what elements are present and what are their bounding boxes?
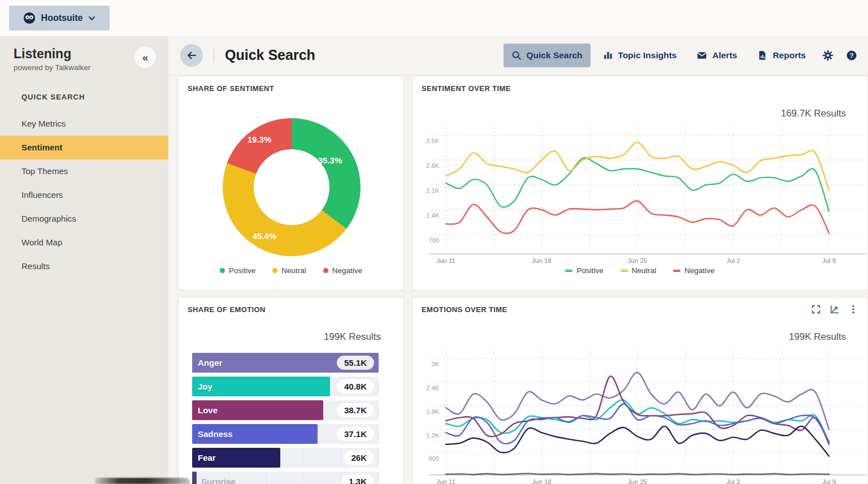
- settings-gear-icon: [822, 50, 834, 61]
- nav-quick-search[interactable]: Quick Search: [504, 44, 591, 67]
- legend-item-negative[interactable]: Negative: [673, 266, 714, 275]
- help-button[interactable]: ?: [842, 44, 861, 67]
- help-icon: ?: [846, 50, 857, 61]
- legend-item-neutral[interactable]: Neutral: [272, 266, 306, 275]
- brand-label: Hootsuite: [41, 13, 83, 23]
- panel-share-of-sentiment: SHARE OF SENTIMENT 35.3%45.4%19.3% Posit…: [178, 76, 404, 291]
- donut-slice-label-negative: 19.3%: [248, 135, 272, 144]
- sentiment-line-chart[interactable]: 7001.4K2.1K2.8K3.5KJun 11Jun 18Jun 25Jul…: [413, 124, 867, 269]
- line-chart-icon[interactable]: [830, 304, 840, 314]
- bar-row-fear[interactable]: Fear26K: [192, 448, 379, 468]
- chevron-down-icon: [88, 15, 96, 22]
- panel-sentiment-over-time: SENTIMENT OVER TIME 169.7K Results 7001.…: [412, 76, 868, 291]
- sidebar-item-sentiment[interactable]: Sentiment: [0, 136, 168, 159]
- envelope-icon: [697, 50, 707, 60]
- svg-text:1.8K: 1.8K: [426, 408, 439, 415]
- main-header: Quick Search Quick SearchTopic InsightsA…: [168, 36, 868, 75]
- sidebar-item-top-themes[interactable]: Top Themes: [0, 159, 168, 183]
- svg-text:3K: 3K: [432, 361, 440, 368]
- legend-marker: [620, 270, 628, 272]
- sidebar-item-world-map[interactable]: World Map: [0, 231, 168, 254]
- legend-label: Neutral: [281, 266, 306, 275]
- panel-emotions-over-time: EMOTIONS OVER TIME 199K Results 6001.2K1…: [412, 297, 868, 484]
- svg-text:Jul 9: Jul 9: [822, 478, 836, 484]
- svg-text:Jul 2: Jul 2: [726, 257, 740, 264]
- bar-fill: [192, 472, 197, 484]
- svg-text:Jun 18: Jun 18: [532, 257, 552, 264]
- sentiment-donut-legend: PositiveNeutralNegative: [179, 266, 403, 275]
- legend-item-negative[interactable]: Negative: [323, 266, 362, 275]
- svg-text:2.1K: 2.1K: [426, 187, 439, 194]
- back-button[interactable]: [180, 44, 203, 67]
- bar-row-joy[interactable]: Joy40.8K: [192, 377, 379, 396]
- nav-label: Quick Search: [527, 50, 583, 60]
- bar-value: 55.1K: [337, 356, 374, 370]
- panel-title: SHARE OF EMOTION: [188, 305, 266, 314]
- emotions-chart-toolbar: [811, 304, 858, 314]
- legend-marker: [673, 270, 680, 272]
- sidebar-subtitle: powered by Talkwalker: [14, 63, 90, 72]
- bar-fill: [192, 377, 330, 396]
- svg-text:3.5K: 3.5K: [426, 137, 439, 144]
- bar-row-anger[interactable]: Anger55.1K: [192, 353, 379, 373]
- svg-text:1.4K: 1.4K: [426, 212, 439, 219]
- svg-text:2.4K: 2.4K: [426, 384, 439, 391]
- bar-row-love[interactable]: Love38.7K: [192, 400, 379, 420]
- hootsuite-app-picker[interactable]: Hootsuite: [9, 6, 110, 31]
- bar-label: Love: [198, 400, 218, 420]
- nav-label: Reports: [772, 50, 806, 60]
- legend-item-neutral[interactable]: Neutral: [620, 266, 657, 275]
- sidebar-item-influencers[interactable]: Influencers: [0, 183, 168, 207]
- bar-label: Anger: [198, 353, 222, 373]
- nav-label: Topic Insights: [618, 50, 677, 60]
- settings-gear-button[interactable]: [818, 44, 837, 67]
- sentiment-line-legend: PositiveNeutralNegative: [413, 266, 867, 275]
- results-count: 199K Results: [789, 331, 846, 343]
- nav-label: Alerts: [712, 50, 737, 60]
- sidebar-collapse-button[interactable]: «: [134, 46, 156, 68]
- fullscreen-icon[interactable]: [811, 304, 821, 314]
- back-arrow-icon: [186, 50, 197, 61]
- top-bar: Hootsuite: [0, 0, 868, 36]
- legend-item-positive[interactable]: Positive: [220, 266, 255, 275]
- emotions-line-chart[interactable]: 6001.2K1.8K2.4K3KJun 11Jun 18Jun 25Jul 2…: [413, 345, 867, 484]
- svg-text:2.8K: 2.8K: [426, 162, 439, 169]
- screen-artifact: [95, 478, 190, 484]
- legend-item-positive[interactable]: Positive: [565, 266, 603, 275]
- legend-label: Positive: [576, 266, 603, 275]
- svg-text:Jun 25: Jun 25: [628, 478, 648, 484]
- svg-text:Jun 18: Jun 18: [532, 478, 552, 484]
- panel-title: SENTIMENT OVER TIME: [422, 84, 511, 93]
- hootsuite-owl-icon: [23, 12, 36, 24]
- bar-row-surprise[interactable]: Surprise1.3K: [192, 472, 379, 484]
- panel-share-of-emotion: SHARE OF EMOTION 199K Results Anger55.1K…: [178, 297, 404, 484]
- legend-marker: [272, 268, 277, 273]
- legend-label: Positive: [229, 266, 255, 275]
- sidebar-item-results[interactable]: Results: [0, 254, 168, 278]
- header-nav: Quick SearchTopic InsightsAlertsReports?: [504, 44, 862, 67]
- nav-topic-insights[interactable]: Topic Insights: [595, 44, 685, 67]
- nav-reports[interactable]: Reports: [749, 44, 814, 67]
- legend-marker: [323, 268, 328, 273]
- kebab-menu-icon[interactable]: [848, 304, 858, 314]
- svg-text:1.2K: 1.2K: [426, 432, 439, 439]
- page-title: Quick Search: [225, 42, 315, 67]
- svg-text:Jun 11: Jun 11: [436, 478, 455, 484]
- svg-text:Jul 2: Jul 2: [726, 478, 740, 484]
- bar-label: Joy: [198, 377, 212, 396]
- bar-label: Surprise: [201, 472, 236, 484]
- sidebar-item-key-metrics[interactable]: Key Metrics: [0, 112, 168, 136]
- bar-value: 1.3K: [341, 474, 374, 484]
- results-count: 199K Results: [324, 331, 381, 343]
- donut-slice-label-neutral: 45.4%: [253, 231, 277, 241]
- sidebar: Listening powered by Talkwalker « QUICK …: [0, 36, 168, 484]
- report-icon: [757, 50, 767, 60]
- sidebar-section-label: QUICK SEARCH: [21, 93, 85, 101]
- header-divider: [214, 48, 214, 63]
- emotion-bar-chart: Anger55.1KJoy40.8KLove38.7KSadness37.1KF…: [192, 353, 379, 484]
- bar-row-sadness[interactable]: Sadness37.1K: [192, 424, 379, 444]
- legend-label: Negative: [684, 266, 714, 275]
- sidebar-item-demographics[interactable]: Demographics: [0, 207, 168, 231]
- sidebar-menu: Key MetricsSentimentTop ThemesInfluencer…: [0, 112, 168, 278]
- nav-alerts[interactable]: Alerts: [689, 44, 745, 67]
